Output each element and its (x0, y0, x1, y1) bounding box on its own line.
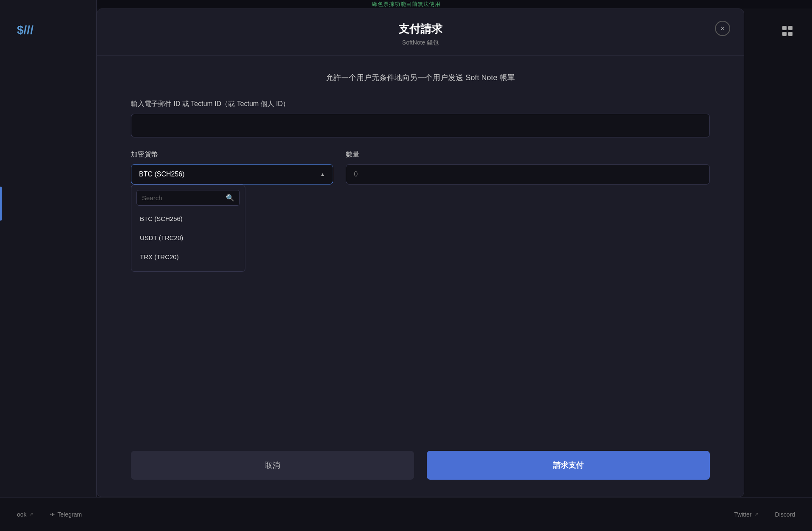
modal-body: 允許一个用户无条件地向另一个用户发送 Soft Note 帳單 輸入電子郵件 I… (97, 56, 744, 442)
confirm-button[interactable]: 請求支付 (427, 451, 710, 480)
crypto-quantity-row: 加密貨幣 BTC (SCH256) ▲ 🔍 BTC (SCH256) USDT … (131, 150, 710, 184)
bottom-link-telegram[interactable]: ✈ Telegram (50, 511, 82, 518)
email-field-label: 輸入電子郵件 ID 或 Tectum ID（或 Tectum 個人 ID） (131, 100, 710, 109)
crypto-dropdown-panel: 🔍 BTC (SCH256) USDT (TRC20) TRX (TRC20) (131, 184, 245, 272)
modal-description: 允許一个用户无条件地向另一个用户发送 Soft Note 帳單 (131, 73, 710, 83)
modal-title: 支付請求 (114, 22, 727, 36)
cancel-button[interactable]: 取消 (131, 451, 414, 480)
crypto-field-group: 加密貨幣 BTC (SCH256) ▲ 🔍 BTC (SCH256) USDT … (131, 150, 333, 184)
grid-icon[interactable] (780, 23, 795, 39)
dropdown-search-container: 🔍 (136, 190, 240, 206)
telegram-link-icon: ✈ (50, 511, 55, 518)
dropdown-item-btc[interactable]: BTC (SCH256) (136, 209, 240, 228)
top-right-controls (780, 23, 795, 39)
twitter-link-text: Twitter (734, 511, 751, 518)
quantity-label: 數量 (346, 150, 710, 159)
crypto-label: 加密貨幣 (131, 150, 333, 159)
close-icon: × (720, 24, 725, 33)
search-icon-button[interactable]: 🔍 (226, 194, 234, 202)
twitter-external-icon: ↗ (754, 511, 758, 517)
dropdown-item-usdt[interactable]: USDT (TRC20) (136, 228, 240, 247)
top-bar-notice: 綠色票據功能目前無法使用 (372, 0, 440, 8)
bottom-link-twitter[interactable]: Twitter ↗ (734, 511, 758, 518)
bottom-link-book[interactable]: ook ↗ (17, 511, 33, 518)
payment-request-modal: 支付請求 SoftNote 錢包 × 允許一个用户无条件地向另一个用户发送 So… (97, 8, 744, 497)
top-bar: 綠色票據功能目前無法使用 (0, 0, 812, 8)
modal-close-button[interactable]: × (715, 21, 730, 36)
book-link-text: ook (17, 511, 27, 518)
quantity-input[interactable] (346, 164, 710, 184)
modal-footer: 取消 請求支付 (97, 442, 744, 497)
book-external-icon: ↗ (29, 511, 33, 517)
email-input[interactable] (131, 114, 710, 137)
sidebar-logo: $/// (17, 23, 33, 37)
sidebar-active-indicator (0, 187, 2, 221)
crypto-dropdown-trigger[interactable]: BTC (SCH256) ▲ (131, 164, 333, 184)
grid-dot-2 (788, 26, 793, 30)
discord-link-text: Discord (775, 511, 795, 518)
dropdown-item-trx[interactable]: TRX (TRC20) (136, 247, 240, 266)
grid-dot-3 (782, 32, 787, 36)
selected-crypto-label: BTC (SCH256) (139, 170, 185, 178)
grid-dot-4 (788, 32, 793, 36)
bottom-link-discord[interactable]: Discord (775, 511, 795, 518)
dropdown-search-input[interactable] (142, 194, 226, 201)
quantity-field-group: 數量 (346, 150, 710, 184)
modal-header: 支付請求 SoftNote 錢包 × (97, 9, 744, 56)
sidebar: $/// (0, 0, 97, 531)
chevron-up-icon: ▲ (320, 171, 325, 177)
bottom-bar: ook ↗ ✈ Telegram Twitter ↗ Discord (0, 497, 812, 531)
telegram-link-text: Telegram (58, 511, 82, 518)
grid-dot-1 (782, 26, 787, 30)
modal-subtitle: SoftNote 錢包 (114, 39, 727, 47)
